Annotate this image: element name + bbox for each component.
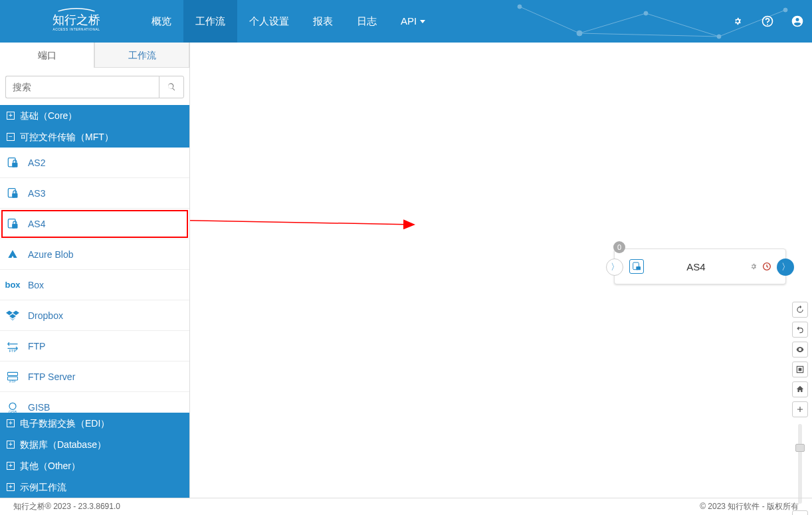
undo-button[interactable] bbox=[792, 322, 808, 338]
workflow-canvas[interactable]: 0 〉 AS4 〉 bbox=[190, 43, 812, 498]
node-output-port[interactable]: 〉 bbox=[777, 258, 794, 276]
gisb-icon: GISB bbox=[5, 400, 20, 413]
node-title: AS4 bbox=[644, 261, 748, 272]
workflow-node-as4[interactable]: 0 〉 AS4 〉 bbox=[614, 249, 786, 284]
mft-items-list: AS2 AS3 AS4 Azure Blob boxBox Dropbox FT… bbox=[0, 148, 189, 413]
search-button[interactable] bbox=[159, 76, 184, 98]
svg-marker-18 bbox=[8, 250, 17, 258]
lock-doc-icon bbox=[5, 155, 20, 170]
svg-point-10 bbox=[717, 35, 721, 39]
zoom-thumb[interactable] bbox=[795, 444, 805, 452]
sidebar: 端口 工作流 +基础（Core） −可控文件传输（MFT） AS2 AS3 AS… bbox=[0, 43, 190, 498]
search-input[interactable] bbox=[5, 76, 159, 98]
ftp-icon: FTP bbox=[5, 339, 20, 354]
sidebar-search bbox=[5, 76, 184, 98]
nav-workflow[interactable]: 工作流 bbox=[183, 0, 237, 43]
svg-text:FTP: FTP bbox=[9, 379, 16, 383]
svg-rect-17 bbox=[12, 224, 17, 229]
top-right-icons bbox=[731, 0, 804, 43]
svg-line-2 bbox=[520, 7, 579, 33]
svg-text:FTP: FTP bbox=[9, 349, 16, 353]
category-other[interactable]: +其他（Other） bbox=[0, 455, 189, 476]
connector-dropbox[interactable]: Dropbox bbox=[0, 300, 189, 331]
home-button[interactable] bbox=[792, 381, 808, 397]
tab-workflow[interactable]: 工作流 bbox=[94, 43, 189, 68]
help-icon[interactable] bbox=[761, 15, 774, 28]
box-icon: box bbox=[5, 278, 20, 292]
nav-overview[interactable]: 概览 bbox=[140, 0, 183, 43]
chevron-down-icon bbox=[420, 20, 425, 23]
category-core[interactable]: +基础（Core） bbox=[0, 105, 189, 126]
nav-api[interactable]: API bbox=[389, 0, 437, 43]
svg-rect-35 bbox=[799, 368, 802, 371]
svg-rect-13 bbox=[12, 163, 17, 167]
svg-line-30 bbox=[190, 218, 413, 225]
nav-reports[interactable]: 报表 bbox=[301, 0, 345, 43]
footer-copyright: © 2023 知行软件 - 版权所有 bbox=[700, 501, 799, 512]
lock-doc-icon bbox=[5, 186, 20, 201]
lock-doc-icon bbox=[629, 259, 644, 274]
node-count-badge: 0 bbox=[613, 241, 625, 253]
plus-icon: + bbox=[7, 462, 15, 470]
svg-marker-21 bbox=[9, 314, 16, 318]
clock-icon[interactable] bbox=[761, 261, 772, 272]
plus-icon: + bbox=[7, 112, 15, 120]
connector-ftp-server[interactable]: FTPFTP Server bbox=[0, 361, 189, 392]
logo-icon: 知行之桥 ACCESS INTERNATIONAL bbox=[40, 7, 113, 36]
minus-icon: − bbox=[7, 133, 15, 141]
gear-icon[interactable] bbox=[731, 15, 744, 28]
svg-marker-20 bbox=[13, 310, 19, 315]
dropbox-icon bbox=[5, 308, 20, 323]
canvas-toolbar bbox=[791, 302, 809, 515]
plus-icon: + bbox=[7, 483, 15, 491]
user-icon[interactable] bbox=[791, 15, 804, 28]
azure-icon bbox=[5, 247, 20, 262]
zoom-in-button[interactable] bbox=[792, 401, 808, 417]
svg-rect-32 bbox=[636, 266, 641, 270]
connector-box[interactable]: boxBox bbox=[0, 270, 189, 300]
connector-ftp[interactable]: FTPFTP bbox=[0, 331, 189, 361]
view-button[interactable] bbox=[792, 342, 808, 358]
svg-line-4 bbox=[646, 13, 719, 37]
svg-point-8 bbox=[577, 31, 582, 36]
footer-version: 知行之桥® 2023 - 23.3.8691.0 bbox=[13, 501, 120, 512]
svg-point-9 bbox=[644, 11, 648, 15]
connector-as3[interactable]: AS3 bbox=[0, 178, 189, 209]
svg-point-7 bbox=[518, 5, 522, 9]
connector-as2[interactable]: AS2 bbox=[0, 148, 189, 178]
svg-rect-24 bbox=[8, 372, 18, 375]
svg-text:ACCESS INTERNATIONAL: ACCESS INTERNATIONAL bbox=[52, 28, 100, 31]
connector-gisb[interactable]: GISBGISB bbox=[0, 392, 189, 413]
sidebar-tabs: 端口 工作流 bbox=[0, 43, 189, 68]
svg-rect-15 bbox=[12, 193, 17, 198]
refresh-button[interactable] bbox=[792, 302, 808, 318]
category-edi[interactable]: +电子数据交换（EDI） bbox=[0, 413, 189, 434]
plus-icon: + bbox=[7, 419, 15, 427]
svg-line-3 bbox=[579, 13, 646, 33]
gear-icon[interactable] bbox=[748, 261, 759, 272]
node-input-port[interactable]: 〉 bbox=[606, 258, 623, 276]
search-icon bbox=[167, 82, 176, 92]
ftp-server-icon: FTP bbox=[5, 369, 20, 384]
plus-icon: + bbox=[7, 441, 15, 449]
fit-button[interactable] bbox=[792, 361, 808, 377]
svg-line-6 bbox=[579, 33, 719, 37]
category-database[interactable]: +数据库（Database） bbox=[0, 434, 189, 455]
category-mft[interactable]: −可控文件传输（MFT） bbox=[0, 126, 189, 148]
node-actions bbox=[748, 261, 772, 272]
zoom-slider[interactable] bbox=[798, 424, 802, 504]
nav-logs[interactable]: 日志 bbox=[345, 0, 389, 43]
category-samples[interactable]: +示例工作流 bbox=[0, 476, 189, 498]
logo[interactable]: 知行之桥 ACCESS INTERNATIONAL bbox=[0, 7, 140, 36]
connector-azure-blob[interactable]: Azure Blob bbox=[0, 239, 189, 270]
svg-point-27 bbox=[9, 403, 16, 409]
footer: 知行之桥® 2023 - 23.3.8691.0 © 2023 知行软件 - 版… bbox=[0, 498, 812, 515]
top-navbar: 知行之桥 ACCESS INTERNATIONAL 概览 工作流 个人设置 报表… bbox=[0, 0, 812, 43]
lock-doc-icon bbox=[5, 217, 20, 231]
main-nav: 概览 工作流 个人设置 报表 日志 API bbox=[140, 0, 437, 43]
nav-profile[interactable]: 个人设置 bbox=[237, 0, 301, 43]
svg-text:知行之桥: 知行之桥 bbox=[52, 13, 100, 27]
connector-as4[interactable]: AS4 bbox=[0, 209, 189, 239]
tab-port[interactable]: 端口 bbox=[0, 43, 94, 68]
svg-marker-19 bbox=[6, 310, 13, 315]
